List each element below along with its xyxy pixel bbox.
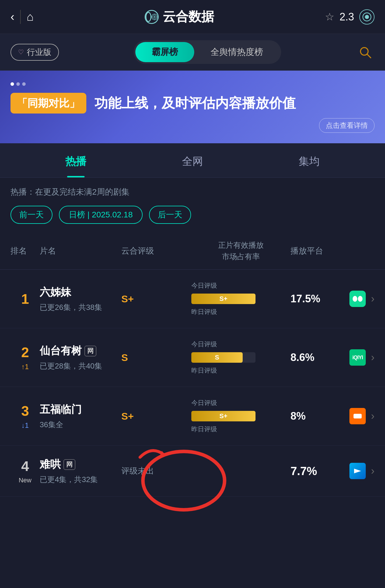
banner-detail: 点击查看详情 (10, 118, 374, 133)
star-icon[interactable]: ☆ (325, 11, 334, 23)
today-bar-text: S+ (219, 295, 228, 303)
platform-youku-icon (349, 463, 366, 479)
col-rating-header: 云合评级 (121, 240, 191, 262)
bar-column: 今日评级 S+ 昨日评级 (191, 281, 290, 316)
promo-banner[interactable]: 「同期对比」 功能上线，及时评估内容播放价值 点击查看详情 (0, 71, 385, 143)
table-row: 1 六姊妹 已更26集，共38集 S+ 今日评级 S+ 昨日评级 17.5% › (0, 270, 385, 328)
col-market-header-line1: 正片有效播放 (218, 240, 264, 251)
today-label: 今日评级 (191, 281, 290, 290)
network-badge: 网 (64, 459, 75, 470)
banner-detail-button[interactable]: 点击查看详情 (319, 118, 374, 133)
today-bar-text: S+ (219, 412, 228, 420)
network-badge: 网 (85, 346, 96, 356)
nav-divider (20, 10, 21, 24)
top-nav: ‹ ⌂ 云合数据 ☆ 2.3 (0, 0, 385, 34)
today-bar-text: S (215, 354, 219, 361)
rank-column: 1 (10, 291, 40, 307)
market-share-value: 7.7% (290, 465, 317, 478)
industry-badge[interactable]: ♡ 行业版 (10, 44, 59, 61)
rank-number: 3 (21, 403, 29, 419)
yesterday-label: 昨日评级 (191, 308, 290, 316)
yesterday-label: 昨日评级 (191, 425, 290, 434)
main-tab-group: 霸屏榜 全舆情热度榜 (134, 40, 281, 64)
next-day-button[interactable]: 后一天 (149, 206, 191, 224)
title-column: 六姊妹 已更26集，共38集 (40, 285, 121, 313)
col-rank-header: 排名 (10, 240, 40, 262)
market-share-column: 17.5% (290, 293, 355, 305)
prev-day-button[interactable]: 前一天 (10, 206, 52, 224)
search-button[interactable] (356, 43, 374, 62)
today-bar: S (191, 352, 256, 363)
table-row: 4 New 难哄 网 已更4集，共32集 评级未出 7.7% › (0, 446, 385, 497)
show-title: 仙台有树 网 (40, 344, 121, 358)
col-platform-header: 播放平台 (290, 240, 355, 262)
show-meta: 已更28集，共40集 (40, 361, 121, 371)
banner-tag: 「同期对比」 (10, 93, 86, 114)
date-label: 日榜 | 2025.02.18 (59, 206, 143, 224)
today-label: 今日评级 (191, 399, 290, 407)
banner-dots (10, 82, 374, 86)
row-chevron-icon[interactable]: › (371, 351, 374, 364)
sub-nav: ♡ 行业版 霸屏榜 全舆情热度榜 (0, 34, 385, 71)
title-column: 难哄 网 已更4集，共32集 (40, 457, 121, 485)
row-chevron-icon[interactable]: › (371, 465, 374, 477)
rating-column: 评级未出 (121, 465, 191, 477)
tab-yuqing[interactable]: 全舆情热度榜 (194, 42, 279, 62)
rank-change-indicator: ↑1 (21, 363, 29, 371)
rank-new-badge: New (19, 477, 32, 484)
market-share-value: 17.5% (290, 293, 320, 305)
svg-point-11 (353, 296, 357, 302)
description-text: 热播：在更及完结未满2周的剧集 (10, 187, 130, 196)
rank-number: 1 (21, 291, 29, 307)
row-chevron-icon[interactable]: › (371, 410, 374, 422)
platform-mango-icon (349, 408, 366, 424)
app-logo-icon (145, 10, 159, 24)
description-bar: 热播：在更及完结未满2周的剧集 (0, 178, 385, 200)
show-title-text: 难哄 (40, 457, 61, 472)
record-button[interactable] (359, 9, 374, 25)
svg-marker-16 (160, 451, 166, 456)
show-meta: 已更26集，共38集 (40, 302, 121, 313)
bar-column: 今日评级 S 昨日评级 (191, 340, 290, 375)
bottom-space (0, 497, 385, 514)
diamond-icon: ♡ (18, 48, 24, 56)
app-title: 云合数据 (145, 8, 214, 25)
banner-tag-text: 「同期对比」 (17, 97, 80, 109)
show-title: 难哄 网 (40, 457, 121, 472)
tab-allnet[interactable]: 全网 (134, 143, 251, 177)
home-button[interactable]: ⌂ (27, 10, 34, 23)
market-share-column: 8% (290, 410, 355, 422)
row-chevron-icon[interactable]: › (371, 293, 374, 305)
nav-right: ☆ 2.3 (325, 9, 374, 25)
rank-column: 2 ↑1 (10, 344, 40, 371)
table-row: 2 ↑1 仙台有树 网 已更28集，共40集 S 今日评级 S 昨日评级 8.6… (0, 328, 385, 387)
title-column: 仙台有树 网 已更28集，共40集 (40, 344, 121, 371)
back-button[interactable]: ‹ (10, 10, 14, 23)
rating-column: S+ (121, 411, 191, 422)
show-meta: 已更4集，共32集 (40, 474, 121, 485)
platform-column: › (349, 408, 374, 424)
rank-column: 4 New (10, 458, 40, 484)
tab-hotplay[interactable]: 热播 (18, 143, 134, 177)
tab-perepisode[interactable]: 集均 (251, 143, 368, 177)
tab-baping[interactable]: 霸屏榜 (135, 42, 194, 62)
col-market-header: 正片有效播放 市场占有率 (191, 240, 290, 262)
svg-marker-14 (354, 469, 361, 473)
rank-column: 3 ↓1 (10, 403, 40, 430)
rating-value: 2.3 (340, 11, 354, 23)
table-header: 排名 片名 云合评级 正片有效播放 市场占有率 播放平台 (0, 233, 385, 270)
today-bar: S+ (191, 294, 256, 304)
banner-headline: 功能上线，及时评估内容播放价值 (94, 95, 296, 112)
show-title: 六姊妹 (40, 285, 121, 299)
title-column: 五福临门 36集全 (40, 402, 121, 430)
svg-point-12 (358, 296, 363, 302)
col-market-header-line2: 市场占有率 (222, 251, 260, 262)
rank-change-indicator: ↓1 (21, 421, 29, 430)
bar-column: 今日评级 S+ 昨日评级 (191, 399, 290, 434)
svg-rect-13 (354, 414, 362, 418)
rating-column: S+ (121, 293, 191, 305)
industry-badge-label: 行业版 (27, 47, 51, 58)
market-share-value: 8.6% (290, 351, 314, 364)
date-nav: 前一天 日榜 | 2025.02.18 后一天 (0, 200, 385, 233)
platform-column: iQIYI › (349, 349, 374, 366)
